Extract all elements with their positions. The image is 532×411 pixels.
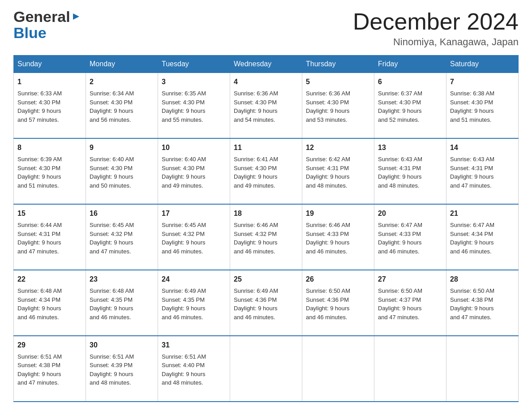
sunrise-label: Sunrise: 6:41 AM	[234, 156, 278, 163]
cell-content: Sunrise: 6:47 AM Sunset: 4:33 PM Dayligh…	[378, 221, 442, 256]
sunset-label: Sunset: 4:30 PM	[306, 99, 349, 106]
sunset-label: Sunset: 4:34 PM	[450, 231, 493, 237]
daylight-label: Daylight: 9 hours	[450, 239, 494, 246]
calendar-cell	[374, 336, 446, 402]
calendar-cell: 14 Sunrise: 6:43 AM Sunset: 4:31 PM Dayl…	[446, 138, 519, 204]
day-number: 16	[90, 208, 154, 219]
sunset-label: Sunset: 4:38 PM	[450, 296, 493, 303]
sunrise-label: Sunrise: 6:50 AM	[450, 287, 494, 294]
sunrise-label: Sunrise: 6:51 AM	[90, 353, 134, 360]
daylight-label: Daylight: 9 hours	[378, 173, 422, 180]
sunrise-label: Sunrise: 6:40 AM	[162, 156, 206, 163]
daylight-minutes: and 46 minutes.	[306, 248, 348, 255]
daylight-label: Daylight: 9 hours	[17, 305, 61, 312]
calendar-cell: 6 Sunrise: 6:37 AM Sunset: 4:30 PM Dayli…	[374, 73, 446, 138]
day-number: 22	[17, 274, 82, 285]
cell-content: Sunrise: 6:34 AM Sunset: 4:30 PM Dayligh…	[90, 89, 154, 124]
cell-content: Sunrise: 6:38 AM Sunset: 4:30 PM Dayligh…	[450, 89, 515, 124]
daylight-minutes: and 52 minutes.	[378, 116, 420, 123]
logo-blue-text: Blue	[13, 25, 47, 40]
daylight-label: Daylight: 9 hours	[450, 173, 494, 180]
sunrise-label: Sunrise: 6:51 AM	[162, 353, 206, 360]
calendar-cell: 16 Sunrise: 6:45 AM Sunset: 4:32 PM Dayl…	[86, 204, 158, 270]
calendar-table: SundayMondayTuesdayWednesdayThursdayFrid…	[13, 55, 519, 402]
daylight-label: Daylight: 9 hours	[450, 107, 494, 114]
day-number: 6	[378, 77, 442, 87]
day-number: 30	[90, 340, 154, 351]
calendar-cell: 21 Sunrise: 6:47 AM Sunset: 4:34 PM Dayl…	[446, 204, 519, 270]
weekday-sunday: Sunday	[14, 56, 86, 73]
daylight-label: Daylight: 9 hours	[306, 173, 350, 180]
sunrise-label: Sunrise: 6:43 AM	[378, 156, 422, 163]
sunrise-label: Sunrise: 6:36 AM	[234, 90, 278, 97]
sunset-label: Sunset: 4:30 PM	[162, 165, 205, 171]
day-number: 23	[90, 274, 154, 285]
sunset-label: Sunset: 4:30 PM	[90, 165, 133, 171]
daylight-label: Daylight: 9 hours	[90, 305, 133, 312]
cell-content: Sunrise: 6:37 AM Sunset: 4:30 PM Dayligh…	[378, 89, 442, 124]
cell-content: Sunrise: 6:51 AM Sunset: 4:38 PM Dayligh…	[17, 352, 82, 387]
daylight-label: Daylight: 9 hours	[90, 239, 133, 246]
day-number: 18	[234, 208, 298, 219]
day-number: 17	[162, 208, 226, 219]
sunset-label: Sunset: 4:33 PM	[306, 231, 349, 237]
calendar-cell: 1 Sunrise: 6:33 AM Sunset: 4:30 PM Dayli…	[14, 73, 86, 138]
daylight-minutes: and 48 minutes.	[378, 182, 420, 189]
daylight-label: Daylight: 9 hours	[234, 239, 278, 246]
cell-content: Sunrise: 6:48 AM Sunset: 4:35 PM Dayligh…	[90, 287, 154, 321]
calendar-cell: 30 Sunrise: 6:51 AM Sunset: 4:39 PM Dayl…	[86, 336, 158, 402]
calendar-cell: 11 Sunrise: 6:41 AM Sunset: 4:30 PM Dayl…	[230, 138, 302, 204]
day-number: 13	[378, 142, 442, 153]
day-number: 24	[162, 274, 226, 285]
calendar-cell: 2 Sunrise: 6:34 AM Sunset: 4:30 PM Dayli…	[86, 73, 158, 138]
daylight-label: Daylight: 9 hours	[378, 305, 422, 312]
cell-content: Sunrise: 6:48 AM Sunset: 4:34 PM Dayligh…	[17, 287, 82, 321]
cell-content: Sunrise: 6:50 AM Sunset: 4:38 PM Dayligh…	[450, 287, 515, 321]
sunrise-label: Sunrise: 6:38 AM	[450, 90, 494, 97]
sunset-label: Sunset: 4:32 PM	[90, 231, 133, 237]
cell-content: Sunrise: 6:39 AM Sunset: 4:30 PM Dayligh…	[17, 155, 82, 190]
calendar-cell: 5 Sunrise: 6:36 AM Sunset: 4:30 PM Dayli…	[302, 73, 374, 138]
sunset-label: Sunset: 4:30 PM	[234, 99, 277, 106]
sunset-label: Sunset: 4:31 PM	[17, 231, 60, 237]
sunset-label: Sunset: 4:40 PM	[162, 362, 205, 368]
daylight-minutes: and 47 minutes.	[378, 314, 420, 321]
day-number: 26	[306, 274, 370, 285]
day-number: 4	[234, 77, 298, 87]
cell-content: Sunrise: 6:51 AM Sunset: 4:40 PM Dayligh…	[162, 352, 226, 387]
day-number: 7	[450, 77, 515, 87]
daylight-label: Daylight: 9 hours	[306, 107, 350, 114]
sunrise-label: Sunrise: 6:50 AM	[378, 287, 422, 294]
daylight-label: Daylight: 9 hours	[90, 371, 133, 377]
cell-content: Sunrise: 6:45 AM Sunset: 4:32 PM Dayligh…	[90, 221, 154, 256]
daylight-minutes: and 46 minutes.	[17, 314, 59, 321]
daylight-label: Daylight: 9 hours	[162, 371, 206, 377]
calendar-cell: 27 Sunrise: 6:50 AM Sunset: 4:37 PM Dayl…	[374, 270, 446, 336]
daylight-minutes: and 46 minutes.	[90, 314, 131, 321]
week-row-4: 22 Sunrise: 6:48 AM Sunset: 4:34 PM Dayl…	[14, 270, 519, 336]
sunrise-label: Sunrise: 6:47 AM	[450, 222, 494, 228]
sunrise-label: Sunrise: 6:45 AM	[90, 222, 134, 228]
daylight-minutes: and 51 minutes.	[450, 116, 492, 123]
sunrise-label: Sunrise: 6:47 AM	[378, 222, 422, 228]
cell-content: Sunrise: 6:36 AM Sunset: 4:30 PM Dayligh…	[234, 89, 298, 124]
sunrise-label: Sunrise: 6:46 AM	[234, 222, 278, 228]
daylight-label: Daylight: 9 hours	[450, 305, 494, 312]
sunset-label: Sunset: 4:35 PM	[162, 296, 205, 303]
daylight-label: Daylight: 9 hours	[306, 305, 350, 312]
weekday-thursday: Thursday	[302, 56, 374, 73]
day-number: 8	[17, 142, 82, 153]
cell-content: Sunrise: 6:46 AM Sunset: 4:32 PM Dayligh…	[234, 221, 298, 256]
daylight-label: Daylight: 9 hours	[17, 107, 61, 114]
daylight-minutes: and 46 minutes.	[162, 314, 203, 321]
sunrise-label: Sunrise: 6:40 AM	[90, 156, 134, 163]
daylight-minutes: and 49 minutes.	[162, 182, 203, 189]
sunrise-label: Sunrise: 6:46 AM	[306, 222, 350, 228]
sunset-label: Sunset: 4:37 PM	[378, 296, 421, 303]
daylight-minutes: and 47 minutes.	[17, 248, 59, 255]
daylight-minutes: and 47 minutes.	[450, 182, 492, 189]
calendar-cell: 28 Sunrise: 6:50 AM Sunset: 4:38 PM Dayl…	[446, 270, 519, 336]
sunrise-label: Sunrise: 6:37 AM	[378, 90, 422, 97]
sunset-label: Sunset: 4:38 PM	[17, 362, 60, 368]
daylight-minutes: and 48 minutes.	[306, 182, 348, 189]
